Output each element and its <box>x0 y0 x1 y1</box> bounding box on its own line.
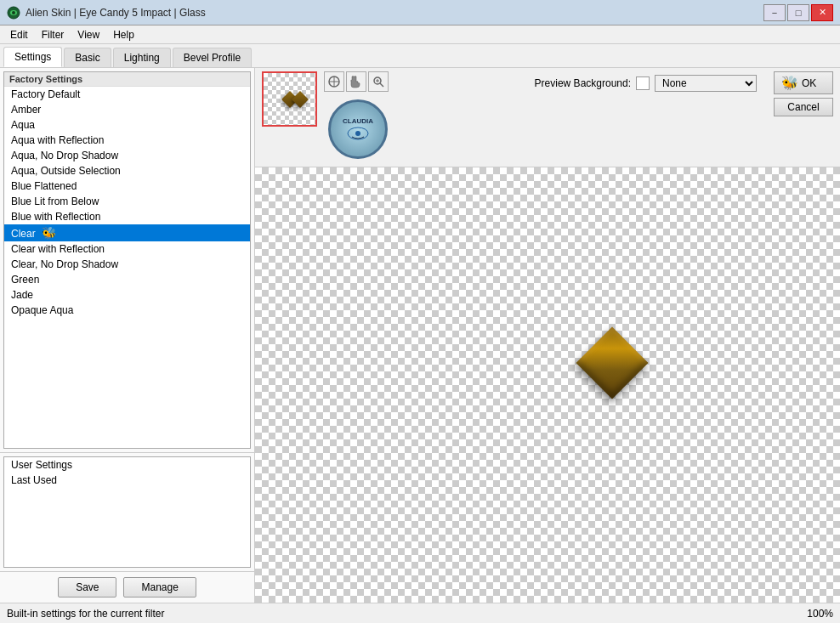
menu-help[interactable]: Help <box>106 27 141 42</box>
zoom-tool-button[interactable] <box>368 71 389 92</box>
list-item[interactable]: Clear with Reflection <box>4 241 250 257</box>
manage-button[interactable]: Manage <box>123 577 196 598</box>
tabs-bar: Settings Basic Lighting Bevel Profile <box>0 44 840 68</box>
user-settings-list[interactable]: User Settings Last Used <box>3 456 251 568</box>
list-item[interactable]: Aqua, No Drop Shadow <box>4 148 250 163</box>
app-icon <box>7 6 20 20</box>
menu-view[interactable]: View <box>71 27 106 42</box>
list-item[interactable]: Aqua, Outside Selection <box>4 163 250 178</box>
settings-list-container: Factory Settings Factory Default Amber A… <box>3 71 251 449</box>
settings-list-scroll[interactable]: Factory Settings Factory Default Amber A… <box>4 72 250 448</box>
status-text: Built-in settings for the current filter <box>7 608 164 620</box>
zoom-level: 100% <box>807 608 833 620</box>
list-item[interactable]: Opaque Aqua <box>4 303 250 318</box>
right-panel: CLAUDIA Preview Background: None <box>255 68 840 603</box>
svg-point-11 <box>355 131 360 136</box>
window-controls[interactable]: − □ ✕ <box>763 4 833 21</box>
list-item-user-settings[interactable]: User Settings <box>4 457 250 473</box>
nav-tool-button[interactable] <box>324 71 344 92</box>
tab-settings[interactable]: Settings <box>3 47 62 67</box>
ok-button[interactable]: 🐝 OK <box>774 71 833 94</box>
bottom-buttons: Save Manage <box>0 572 254 603</box>
menu-filter[interactable]: Filter <box>35 27 71 42</box>
list-item[interactable]: Clear, No Drop Shadow <box>4 257 250 272</box>
left-panel: Factory Settings Factory Default Amber A… <box>0 68 255 603</box>
save-button[interactable]: Save <box>58 577 116 598</box>
status-bar: Built-in settings for the current filter… <box>0 603 840 623</box>
menu-edit[interactable]: Edit <box>3 27 35 42</box>
hand-tool-button[interactable] <box>346 71 366 92</box>
diamond-shape-1 <box>576 327 649 399</box>
list-item[interactable]: Blue with Reflection <box>4 209 250 224</box>
list-item[interactable]: Aqua <box>4 117 250 133</box>
window-title: Alien Skin | Eye Candy 5 Impact | Glass <box>26 7 206 19</box>
close-button[interactable]: ✕ <box>811 4 833 21</box>
preview-bg-label: Preview Background: <box>535 77 631 89</box>
maximize-button[interactable]: □ <box>787 4 809 21</box>
preview-bg-select[interactable]: None White Black Gray <box>655 75 757 92</box>
list-item[interactable]: Green <box>4 272 250 287</box>
minimize-button[interactable]: − <box>763 4 786 21</box>
svg-line-7 <box>380 83 383 87</box>
list-item[interactable]: Jade <box>4 287 250 303</box>
tab-bevel-profile[interactable]: Bevel Profile <box>173 48 252 67</box>
tab-basic[interactable]: Basic <box>64 48 111 67</box>
factory-settings-header: Factory Settings <box>4 72 250 87</box>
list-item[interactable]: Blue Flattened <box>4 178 250 194</box>
list-item[interactable]: Aqua with Reflection <box>4 133 250 148</box>
menu-bar: Edit Filter View Help <box>0 25 840 44</box>
user-settings-group: User Settings Last Used <box>0 453 254 572</box>
cancel-button[interactable]: Cancel <box>774 98 833 116</box>
title-bar: Alien Skin | Eye Candy 5 Impact | Glass … <box>0 0 840 25</box>
preview-bg-color[interactable] <box>636 76 650 90</box>
claudia-watermark: CLAUDIA <box>328 99 388 159</box>
list-item-last-used[interactable]: Last Used <box>4 473 250 488</box>
svg-point-2 <box>12 11 15 14</box>
main-layout: Factory Settings Factory Default Amber A… <box>0 68 840 603</box>
list-item[interactable]: Factory Default <box>4 87 250 102</box>
preview-area <box>255 167 840 603</box>
list-item-selected[interactable]: Clear 🐝 <box>4 224 250 241</box>
list-item[interactable]: Amber <box>4 102 250 117</box>
ok-cancel-group: 🐝 OK Cancel <box>774 71 833 116</box>
factory-settings-group: Factory Settings Factory Default Amber A… <box>0 68 254 453</box>
tab-lighting[interactable]: Lighting <box>113 48 171 67</box>
list-item[interactable]: Blue Lit from Below <box>4 194 250 209</box>
preview-thumbnail <box>262 71 317 127</box>
